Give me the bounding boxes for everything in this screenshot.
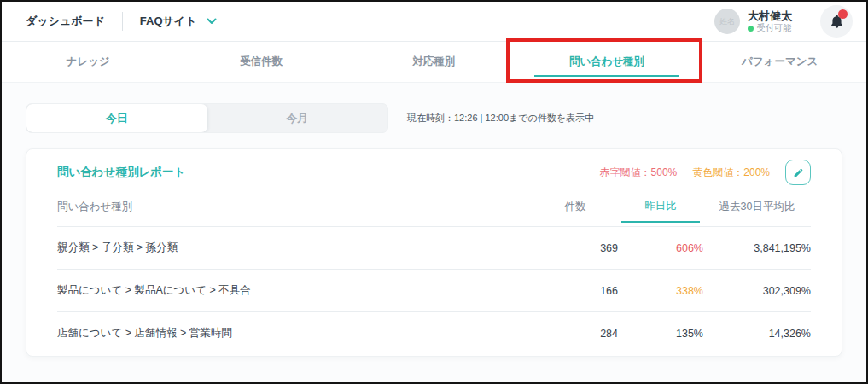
table-header-row: 問い合わせ種別 件数 昨日比 過去30日平均比 [57,195,811,227]
cell-vs-30day-avg: 3,841,195% [703,227,811,270]
avatar-label: 姓名 [719,16,735,27]
tab-received-count[interactable]: 受信件数 [175,42,348,82]
period-row: 今日 今月 現在時刻：12:26 | 12:00までの件数を表示中 [26,103,842,133]
cell-vs-yesterday: 338% [618,270,703,312]
avatar[interactable]: 姓名 [714,9,740,34]
user-status: 受付可能 [748,23,792,34]
toggle-month-button[interactable]: 今月 [207,104,388,132]
tab-knowledge[interactable]: ナレッジ [2,42,175,82]
main-content: 今日 今月 現在時刻：12:26 | 12:00までの件数を表示中 問い合わせ種… [2,83,866,382]
col-header-vs-30day-avg[interactable]: 過去30日平均比 [703,195,811,227]
cell-vs-yesterday: 606% [618,227,703,270]
site-selector[interactable]: FAQサイト [140,14,218,29]
topbar: ダッシュボード FAQサイト 姓名 大村健太 受付可能 [2,2,866,42]
thresholds: 赤字閾値：500% 黄色閾値：200% [600,160,811,185]
table-row: 親分類 > 子分類 > 孫分類 369 606% 3,841,195% [57,227,811,270]
cell-category: 店舗について > 店舗情報 > 営業時間 [57,312,533,355]
cell-count: 369 [533,227,618,270]
table-row: 製品について > 製品Aについて > 不具合 166 338% 302,309% [57,270,811,312]
tab-label: 問い合わせ種別 [569,55,644,69]
period-toggle: 今日 今月 [26,103,388,133]
tab-label: パフォーマンス [742,55,818,69]
site-selector-label: FAQサイト [140,14,197,29]
notification-button[interactable] [820,5,853,38]
tab-label: ナレッジ [67,55,110,69]
tab-label: 受信件数 [240,55,283,69]
tab-inquiry-type[interactable]: 問い合わせ種別 [521,42,694,82]
red-threshold-label: 赤字閾値：500% [600,166,678,180]
user-meta: 大村健太 受付可能 [748,9,792,34]
card-header: 問い合わせ種別レポート 赤字閾値：500% 黄色閾値：200% [57,149,811,195]
cell-vs-yesterday: 135% [618,312,703,355]
topbar-right: 姓名 大村健太 受付可能 [714,5,853,38]
cell-vs-30day-avg: 14,326% [703,312,811,355]
tab-response-type[interactable]: 対応種別 [347,42,521,82]
sorted-column-label: 昨日比 [621,199,700,223]
cell-category: 製品について > 製品Aについて > 不具合 [57,270,533,312]
divider [807,10,807,32]
status-dot-icon [748,26,754,32]
col-header-category: 問い合わせ種別 [57,195,533,227]
table-row: 店舗について > 店舗情報 > 営業時間 284 135% 14,326% [57,312,811,355]
edit-thresholds-button[interactable] [785,160,811,185]
cell-count: 284 [533,312,618,355]
divider [122,12,123,31]
notification-badge [838,9,848,19]
tab-label: 対応種別 [412,55,455,69]
status-label: 受付可能 [757,23,791,34]
report-title: 問い合わせ種別レポート [57,165,185,180]
toggle-today-button[interactable]: 今日 [26,104,207,132]
pencil-icon [793,167,804,178]
tabbar: ナレッジ 受信件数 対応種別 問い合わせ種別 パフォーマンス [2,42,866,83]
cell-vs-30day-avg: 302,309% [703,270,811,312]
col-header-vs-yesterday[interactable]: 昨日比 [618,195,703,227]
chevron-down-icon [207,18,217,25]
current-time-note: 現在時刻：12:26 | 12:00までの件数を表示中 [407,112,594,125]
col-header-count[interactable]: 件数 [533,195,618,227]
inquiry-type-report-card: 問い合わせ種別レポート 赤字閾値：500% 黄色閾値：200% 問い合わせ種別 … [26,148,842,357]
dashboard-window: { "topbar": { "app_title": "ダッシュボード", "s… [0,0,868,384]
cell-category: 親分類 > 子分類 > 孫分類 [57,227,533,270]
yellow-threshold-label: 黄色閾値：200% [692,166,770,180]
user-name: 大村健太 [748,9,792,23]
cell-count: 166 [533,270,618,312]
app-title: ダッシュボード [26,14,105,29]
inquiry-type-table: 問い合わせ種別 件数 昨日比 過去30日平均比 親分類 > 子分類 > 孫分類 … [57,195,811,354]
tab-performance[interactable]: パフォーマンス [693,42,866,82]
